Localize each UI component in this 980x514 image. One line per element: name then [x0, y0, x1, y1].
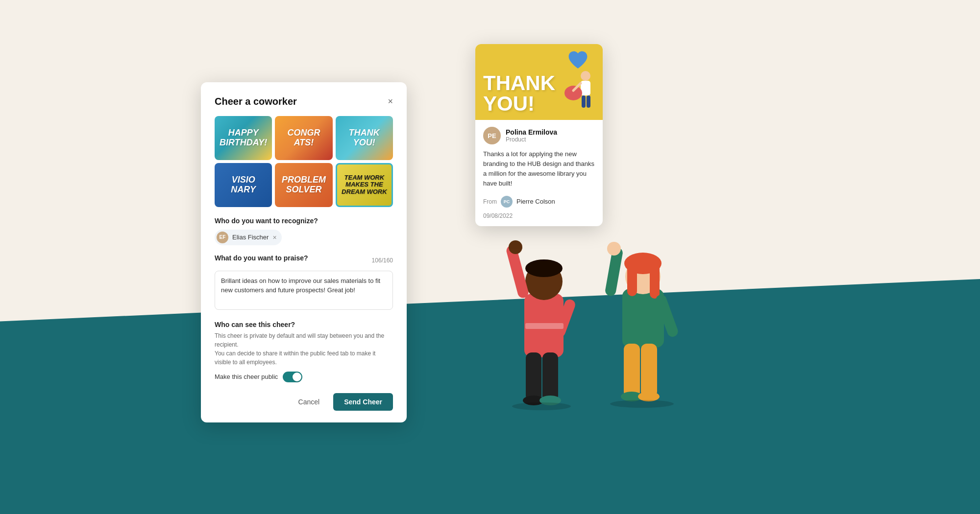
svg-point-15	[509, 240, 522, 254]
scene-container: Cheer a coworker × HAPPYBIRTHDAY! CONGRA…	[0, 0, 980, 514]
cheer-card-grid: HAPPYBIRTHDAY! CONGRATS! THANKYOU! VISIO…	[215, 116, 393, 207]
char-count: 106/160	[372, 257, 393, 264]
ty-from-name: Pierre Colson	[516, 198, 555, 205]
ty-banner-text: THANK YOU!	[483, 73, 595, 114]
card-problem-solver[interactable]: PROBLEMSOLVER	[275, 163, 332, 207]
toggle-row: Make this cheer public	[215, 372, 393, 382]
svg-rect-23	[624, 344, 640, 397]
modal-footer: Cancel Send Cheer	[215, 393, 393, 411]
svg-point-8	[525, 259, 563, 277]
svg-rect-11	[526, 352, 541, 401]
modal-header: Cheer a coworker ×	[215, 96, 393, 107]
close-button[interactable]: ×	[388, 97, 393, 106]
card-congrats[interactable]: CONGRATS!	[275, 116, 332, 160]
ty-user-name: Polina Ermilova	[506, 128, 557, 136]
visibility-title: Who can see this cheer?	[215, 321, 393, 328]
svg-point-29	[512, 402, 571, 410]
praise-header: What do you want to praise? 106/160	[215, 254, 393, 267]
svg-rect-20	[650, 262, 660, 299]
praise-area: What do you want to praise? 106/160 Bril…	[215, 254, 393, 312]
send-cheer-button[interactable]: Send Cheer	[333, 393, 393, 411]
card-visionary[interactable]: VISIONARY	[215, 163, 272, 207]
ty-message: Thanks a lot for applying the new brandi…	[483, 149, 595, 189]
card-happy-birthday[interactable]: HAPPYBIRTHDAY!	[215, 116, 272, 160]
right-panel: THANK YOU! PE	[436, 73, 779, 441]
svg-rect-28	[525, 323, 564, 329]
card-label-congrats: CONGRATS!	[284, 125, 323, 151]
ty-user-info: Polina Ermilova Product	[506, 128, 557, 143]
svg-point-27	[607, 242, 621, 256]
ty-from-label: From	[483, 198, 497, 205]
ty-from-avatar: PC	[501, 196, 513, 208]
ty-user-dept: Product	[506, 136, 557, 143]
toggle-label: Make this cheer public	[215, 373, 278, 380]
ty-date: 09/08/2022	[483, 212, 595, 219]
svg-rect-19	[627, 262, 637, 296]
card-label-happy-birthday: HAPPYBIRTHDAY!	[217, 125, 270, 151]
praise-label: What do you want to praise?	[215, 254, 308, 262]
svg-rect-24	[641, 344, 657, 397]
ty-banner: THANK YOU!	[475, 44, 603, 120]
recipient-avatar: EF	[217, 232, 228, 243]
recognize-label: Who do you want to recognize?	[215, 217, 393, 225]
card-label-visionary: VISIONARY	[228, 172, 259, 198]
public-toggle[interactable]	[283, 372, 302, 382]
modal-title: Cheer a coworker	[215, 96, 297, 107]
svg-point-30	[610, 400, 674, 408]
ty-user-row: PE Polina Ermilova Product	[483, 127, 595, 144]
praise-textarea[interactable]: Brillant ideas on how to improve our sal…	[215, 271, 393, 310]
visibility-area: Who can see this cheer? This cheer is pr…	[215, 321, 393, 382]
recognize-area: Who do you want to recognize? EF Elias F…	[215, 217, 393, 245]
visibility-desc: This cheer is private by default and wil…	[215, 331, 393, 367]
card-team-work[interactable]: TEAM WORK MAKES THE DREAM WORK	[336, 163, 393, 207]
remove-recipient-button[interactable]: ×	[272, 234, 276, 241]
card-thank-you[interactable]: THANKYOU!	[336, 116, 393, 160]
card-label-thank-you: THANKYOU!	[346, 125, 383, 151]
ty-from-row: From PC Pierre Colson	[483, 196, 595, 208]
recipient-name: Elias Fischer	[232, 234, 269, 241]
svg-point-26	[638, 392, 660, 401]
card-label-problem-solver: PROBLEMSOLVER	[279, 172, 329, 198]
svg-rect-12	[542, 352, 558, 401]
card-label-team-work: TEAM WORK MAKES THE DREAM WORK	[337, 171, 392, 198]
cheer-modal: Cheer a coworker × HAPPYBIRTHDAY! CONGRA…	[201, 82, 407, 422]
ty-user-avatar: PE	[483, 127, 501, 144]
cancel-button[interactable]: Cancel	[291, 394, 328, 410]
recipient-tag: EF Elias Fischer ×	[215, 230, 282, 245]
thank-you-card: THANK YOU! PE	[475, 44, 603, 226]
ty-body: PE Polina Ermilova Product Thanks a lot …	[475, 120, 603, 226]
